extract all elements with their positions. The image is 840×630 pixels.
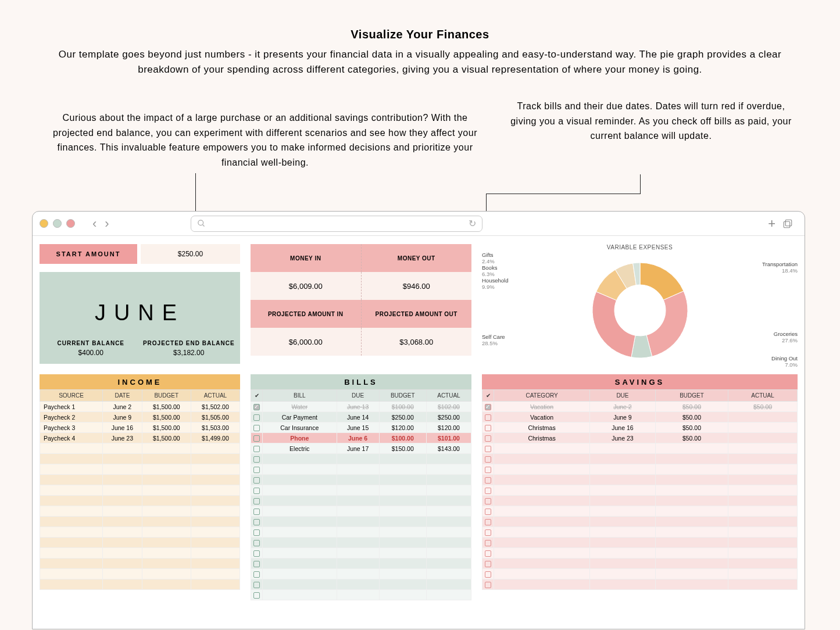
checkbox[interactable] — [253, 582, 260, 588]
table-row[interactable]: PhoneJune 6$100.00$101.00 — [251, 433, 471, 443]
cell-actual[interactable]: $143.00 — [426, 443, 471, 454]
checkbox-cell[interactable] — [482, 433, 494, 443]
checkbox[interactable] — [485, 509, 491, 515]
cell-budget[interactable]: $50.00 — [655, 402, 728, 412]
checkbox[interactable] — [485, 550, 491, 557]
table-row[interactable] — [482, 496, 798, 506]
checkbox[interactable] — [253, 498, 260, 504]
checkbox-cell[interactable] — [251, 423, 263, 433]
cell-due[interactable]: June 16 — [590, 423, 656, 433]
cell-category[interactable]: Vacation — [494, 402, 590, 412]
table-row[interactable]: Paycheck 2June 9$1,500.00$1,505.00 — [40, 412, 240, 423]
cell-category[interactable]: Christmas — [494, 423, 590, 433]
checkbox[interactable] — [485, 488, 491, 494]
checkbox-cell[interactable] — [482, 402, 494, 412]
table-row[interactable]: VacationJune 9$50.00 — [482, 412, 798, 423]
checkbox[interactable] — [485, 529, 491, 536]
table-row[interactable] — [482, 443, 798, 454]
search-input[interactable]: ↻ — [191, 216, 483, 232]
checkbox[interactable] — [253, 446, 260, 452]
table-row[interactable] — [482, 527, 798, 538]
cell-due[interactable]: June 17 — [337, 443, 379, 454]
cell-source[interactable]: Paycheck 4 — [40, 433, 103, 443]
table-row[interactable] — [482, 538, 798, 548]
cell-budget[interactable]: $150.00 — [379, 443, 426, 454]
checkbox[interactable] — [253, 414, 260, 421]
table-row[interactable] — [251, 517, 471, 527]
checkbox[interactable] — [253, 571, 260, 578]
table-row[interactable] — [251, 454, 471, 464]
table-row[interactable]: ElectricJune 17$150.00$143.00 — [251, 443, 471, 454]
cell-date[interactable]: June 16 — [103, 423, 142, 433]
checkbox[interactable] — [485, 467, 491, 473]
checkbox[interactable] — [253, 435, 260, 442]
checkbox[interactable] — [253, 404, 260, 410]
checkbox[interactable] — [253, 529, 260, 536]
checkbox-cell[interactable] — [251, 433, 263, 443]
cell-bill[interactable]: Car Insurance — [263, 423, 337, 433]
cell-actual[interactable] — [728, 433, 798, 443]
table-row[interactable] — [482, 517, 798, 527]
table-row[interactable]: ChristmasJune 16$50.00 — [482, 423, 798, 433]
cell-bill[interactable]: Electric — [263, 443, 337, 454]
table-row[interactable] — [40, 559, 240, 569]
table-row[interactable] — [40, 496, 240, 506]
table-row[interactable] — [251, 559, 471, 569]
new-tab-button[interactable]: + — [768, 216, 775, 231]
cell-actual[interactable]: $1,505.00 — [191, 412, 240, 423]
cell-actual[interactable]: $1,503.00 — [191, 423, 240, 433]
cell-actual[interactable]: $101.00 — [426, 433, 471, 443]
cell-due[interactable]: June 13 — [337, 402, 379, 412]
cell-due[interactable]: June 15 — [337, 423, 379, 433]
cell-source[interactable]: Paycheck 3 — [40, 423, 103, 433]
cell-due[interactable]: June 6 — [337, 433, 379, 443]
table-row[interactable] — [40, 464, 240, 475]
cell-budget[interactable]: $250.00 — [379, 412, 426, 423]
reload-icon[interactable]: ↻ — [469, 218, 476, 229]
cell-budget[interactable]: $120.00 — [379, 423, 426, 433]
checkbox[interactable] — [485, 540, 491, 546]
cell-budget[interactable]: $1,500.00 — [142, 402, 191, 412]
cell-actual[interactable]: $50.00 — [728, 402, 798, 412]
checkbox[interactable] — [485, 571, 491, 578]
checkbox[interactable] — [485, 477, 491, 484]
checkbox-cell[interactable] — [251, 402, 263, 412]
cell-due[interactable]: June 9 — [590, 412, 656, 423]
tabs-icon[interactable] — [782, 219, 793, 229]
table-row[interactable] — [40, 454, 240, 464]
table-row[interactable]: Paycheck 4June 23$1,500.00$1,499.00 — [40, 433, 240, 443]
checkbox-cell[interactable] — [251, 443, 263, 454]
cell-category[interactable]: Vacation — [494, 412, 590, 423]
cell-bill[interactable]: Phone — [263, 433, 337, 443]
table-row[interactable]: Paycheck 3June 16$1,500.00$1,503.00 — [40, 423, 240, 433]
checkbox-cell[interactable] — [482, 412, 494, 423]
checkbox[interactable] — [485, 582, 491, 588]
cell-date[interactable]: June 2 — [103, 402, 142, 412]
checkbox[interactable] — [485, 456, 491, 463]
table-row[interactable] — [251, 527, 471, 538]
table-row[interactable] — [251, 579, 471, 590]
table-row[interactable]: Car PaymentJune 14$250.00$250.00 — [251, 412, 471, 423]
table-row[interactable] — [40, 506, 240, 517]
table-row[interactable] — [251, 485, 471, 496]
checkbox[interactable] — [253, 550, 260, 557]
back-button[interactable]: ‹ — [92, 216, 96, 231]
forward-button[interactable]: › — [105, 216, 109, 231]
cell-budget[interactable]: $100.00 — [379, 433, 426, 443]
table-row[interactable] — [482, 569, 798, 579]
table-row[interactable]: Car InsuranceJune 15$120.00$120.00 — [251, 423, 471, 433]
cell-actual[interactable]: $102.00 — [426, 402, 471, 412]
checkbox[interactable] — [253, 509, 260, 515]
table-row[interactable] — [482, 464, 798, 475]
table-row[interactable] — [251, 506, 471, 517]
table-row[interactable]: ChristmasJune 23$50.00 — [482, 433, 798, 443]
cell-due[interactable]: June 23 — [590, 433, 656, 443]
table-row[interactable] — [40, 579, 240, 590]
checkbox-cell[interactable] — [482, 423, 494, 433]
table-row[interactable] — [482, 506, 798, 517]
cell-actual[interactable]: $120.00 — [426, 423, 471, 433]
cell-source[interactable]: Paycheck 2 — [40, 412, 103, 423]
table-row[interactable] — [40, 443, 240, 454]
checkbox[interactable] — [485, 498, 491, 504]
cell-budget[interactable]: $50.00 — [655, 412, 728, 423]
